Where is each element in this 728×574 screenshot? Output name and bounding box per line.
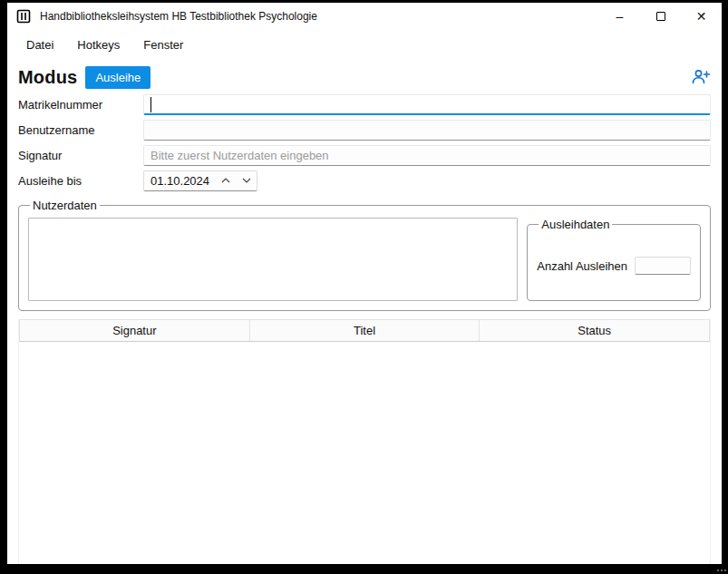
date-spinner: 01.10.2024 [143, 170, 257, 191]
app-icon [16, 9, 31, 24]
minimize-icon[interactable]: – [599, 3, 640, 30]
close-icon[interactable]: ✕ [681, 3, 722, 30]
nutzerdaten-textarea[interactable] [28, 218, 518, 301]
matrikelnummer-input[interactable] [143, 94, 711, 115]
titlebar: Handbibliotheksleihsystem HB Testbibliot… [7, 3, 722, 30]
column-header-signatur[interactable]: Signatur [19, 320, 250, 341]
chevron-up-icon[interactable] [215, 171, 236, 190]
table-body [19, 342, 710, 564]
nutzerdaten-groupbox: Nutzerdaten Ausleihdaten Anzahl Ausleihe… [18, 199, 711, 311]
signatur-row: Signatur [18, 144, 711, 166]
ausleihdaten-title: Ausleihdaten [539, 218, 612, 231]
matrikelnummer-label: Matrikelnummer [18, 98, 143, 112]
chevron-down-icon[interactable] [236, 171, 257, 190]
ausleihe-bis-label: Ausleihe bis [18, 174, 143, 188]
column-header-titel[interactable]: Titel [250, 320, 480, 341]
text-caret [150, 97, 151, 112]
signatur-label: Signatur [18, 149, 143, 162]
ausleihe-bis-row: Ausleihe bis 01.10.2024 [18, 170, 711, 191]
mode-heading: Modus [18, 67, 77, 88]
anzahl-ausleihen-input[interactable] [635, 257, 691, 275]
date-value[interactable]: 01.10.2024 [144, 171, 215, 190]
menubar: Datei Hotkeys Fenster [7, 30, 722, 59]
nutzerdaten-title: Nutzerdaten [30, 199, 100, 212]
anzahl-ausleihen-label: Anzahl Ausleihen [537, 259, 627, 273]
column-header-status[interactable]: Status [480, 320, 710, 341]
content-area: Modus Ausleihe Matrikelnummer Benutzerna… [7, 59, 722, 564]
maximize-glyph [656, 12, 665, 21]
app-window: Handbibliotheksleihsystem HB Testbibliot… [7, 3, 722, 564]
add-user-icon[interactable] [691, 68, 711, 86]
menu-item-hotkeys[interactable]: Hotkeys [65, 33, 131, 57]
resize-grip[interactable] [716, 563, 727, 572]
signatur-input[interactable] [143, 145, 711, 166]
benutzername-row: Benutzername [18, 119, 711, 141]
ausleihdaten-groupbox: Ausleihdaten Anzahl Ausleihen [527, 218, 701, 301]
benutzername-input[interactable] [143, 120, 711, 141]
window-title: Handbibliotheksleihsystem HB Testbibliot… [40, 10, 599, 23]
matrikelnummer-row: Matrikelnummer [18, 93, 711, 115]
maximize-icon[interactable] [640, 3, 681, 30]
menu-item-fenster[interactable]: Fenster [131, 33, 195, 57]
results-table: Signatur Titel Status [18, 319, 711, 564]
ausleihe-mode-button[interactable]: Ausleihe [85, 66, 150, 89]
mode-row: Modus Ausleihe [18, 61, 711, 93]
menu-item-datei[interactable]: Datei [15, 33, 65, 57]
table-header-row: Signatur Titel Status [19, 319, 710, 342]
window-controls: – ✕ [599, 3, 722, 30]
benutzername-label: Benutzername [18, 123, 143, 137]
